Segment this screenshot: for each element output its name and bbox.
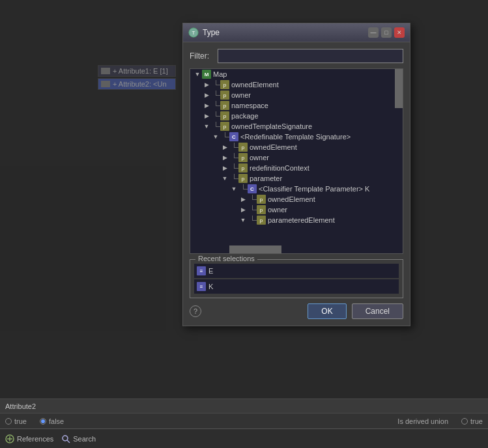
node-label: <Classifier Template Parameter> K: [259, 185, 403, 193]
tree-node-parameter[interactable]: p parameter: [190, 173, 403, 184]
connector: [211, 101, 220, 110]
search-icon: [61, 434, 70, 443]
dialog-buttons: ? OK Cancel: [190, 303, 403, 319]
references-icon: [5, 434, 14, 443]
radio-false[interactable]: [40, 418, 46, 425]
filter-input[interactable]: [218, 49, 403, 63]
status-false-field: false: [40, 417, 64, 425]
connector: [229, 174, 238, 183]
close-button[interactable]: ✕: [394, 27, 405, 38]
tree-node-ownedElement1[interactable]: p ownedElement: [190, 79, 403, 90]
tree-scrollbar-v[interactable]: [395, 69, 403, 108]
expander-rts[interactable]: [211, 132, 220, 141]
tree-node-ownedElement2[interactable]: p ownedElement: [190, 142, 403, 152]
node-label: ownedTemplateSignature: [231, 122, 403, 130]
map-icon: M: [202, 70, 211, 79]
filter-row: Filter:: [190, 49, 403, 63]
recent-item-label-k: K: [208, 283, 213, 290]
node-label: redefinitionContext: [250, 164, 403, 172]
dialog-content: Filter: M Map p ownedElement: [183, 42, 410, 326]
recent-item-icon-e: ≡: [197, 266, 206, 275]
minimize-button[interactable]: —: [368, 27, 379, 38]
prop-icon: p: [257, 216, 266, 225]
expander-ctp[interactable]: [229, 184, 238, 193]
type-tree[interactable]: M Map p ownedElement p owner: [190, 68, 403, 254]
attribute-bar: Attribute2: [0, 399, 488, 413]
status-true-field: true: [5, 417, 27, 425]
recent-item-e[interactable]: ≡ E: [194, 264, 399, 278]
recent-selections-section: Recent selections ≡ E ≡ K: [190, 259, 403, 298]
expander-owner1[interactable]: [202, 91, 211, 100]
filter-label: Filter:: [190, 51, 212, 61]
node-label: parameter: [250, 175, 403, 182]
tree-node-rts[interactable]: C <Redefinable Template Signature>: [190, 132, 403, 142]
expander-ots[interactable]: [202, 122, 211, 131]
expander-o3[interactable]: [238, 205, 248, 214]
tree-node-ownedTemplateSignature[interactable]: p ownedTemplateSignature: [190, 121, 403, 132]
expander-oe3[interactable]: [238, 195, 248, 204]
connector: [211, 91, 220, 100]
dialog-title-icon: T: [188, 27, 199, 38]
help-button[interactable]: ?: [190, 305, 201, 317]
true-label: true: [14, 417, 27, 425]
references-item[interactable]: References: [5, 434, 53, 443]
derived-union-label: Is derived union: [397, 417, 448, 425]
expander-package[interactable]: [202, 111, 211, 120]
tree-scrollbar-h[interactable]: [229, 245, 281, 253]
expander-param[interactable]: [220, 174, 229, 183]
radio-true[interactable]: [5, 418, 12, 425]
expander-map[interactable]: [193, 70, 202, 79]
tree-node-ownedElement3[interactable]: p ownedElement: [190, 194, 403, 204]
dialog-titlebar[interactable]: T Type — □ ✕: [183, 23, 410, 42]
expander-owned1[interactable]: [202, 80, 211, 89]
tree-node-package[interactable]: p package: [190, 111, 403, 121]
expander-namespace[interactable]: [202, 101, 211, 110]
connector: [220, 132, 229, 141]
node-label: ownedElement: [250, 143, 403, 151]
tree-node-parameteredElement[interactable]: p parameteredElement: [190, 215, 403, 225]
search-label: Search: [73, 435, 96, 443]
tree-node-map[interactable]: M Map: [190, 69, 403, 79]
svg-text:T: T: [192, 30, 195, 36]
node-label: package: [231, 112, 403, 120]
prop-icon: p: [220, 122, 229, 131]
connector: [248, 195, 257, 204]
connector: [211, 111, 220, 120]
recent-item-k[interactable]: ≡ K: [194, 279, 399, 294]
tree-node-namespace[interactable]: p namespace: [190, 100, 403, 111]
node-label-map: Map: [213, 70, 403, 78]
tree-node-owner2[interactable]: p owner: [190, 152, 403, 163]
tree-node-owner3[interactable]: p owner: [190, 204, 403, 215]
tree-node-redefinitionContext[interactable]: p redefinitionContext: [190, 163, 403, 173]
maximize-button[interactable]: □: [381, 27, 392, 38]
connector: [229, 153, 238, 162]
cancel-button[interactable]: Cancel: [352, 303, 403, 319]
node-label: ownedElement: [268, 195, 403, 203]
derived-true-field: true: [461, 417, 483, 425]
type-dialog: T Type — □ ✕ Filter: M Map: [182, 23, 410, 326]
prop-icon: p: [238, 143, 248, 152]
prop-icon: p: [220, 101, 229, 110]
recent-item-icon-k: ≡: [197, 282, 206, 291]
node-label: <Redefinable Template Signature>: [240, 133, 403, 141]
svg-point-5: [63, 436, 68, 441]
connector: [248, 205, 257, 214]
connector: [229, 143, 238, 152]
expander-rc[interactable]: [220, 163, 229, 173]
expander-pe[interactable]: [238, 216, 248, 225]
bottom-bar: References Search: [0, 428, 488, 448]
prop-icon: p: [220, 91, 229, 100]
expander-oe2[interactable]: [220, 143, 229, 152]
class-icon: C: [248, 184, 257, 193]
dialog-controls: — □ ✕: [368, 27, 405, 38]
tree-node-ctp[interactable]: C <Classifier Template Parameter> K: [190, 184, 403, 194]
ok-button[interactable]: OK: [308, 303, 346, 319]
attribute-name: Attribute2: [5, 402, 36, 410]
expander-o2[interactable]: [220, 153, 229, 162]
search-item[interactable]: Search: [61, 434, 96, 443]
references-label: References: [17, 435, 53, 443]
derived-radio-true[interactable]: [461, 418, 468, 425]
connector: [248, 216, 257, 225]
dialog-title: Type: [203, 28, 368, 37]
tree-node-owner1[interactable]: p owner: [190, 90, 403, 100]
